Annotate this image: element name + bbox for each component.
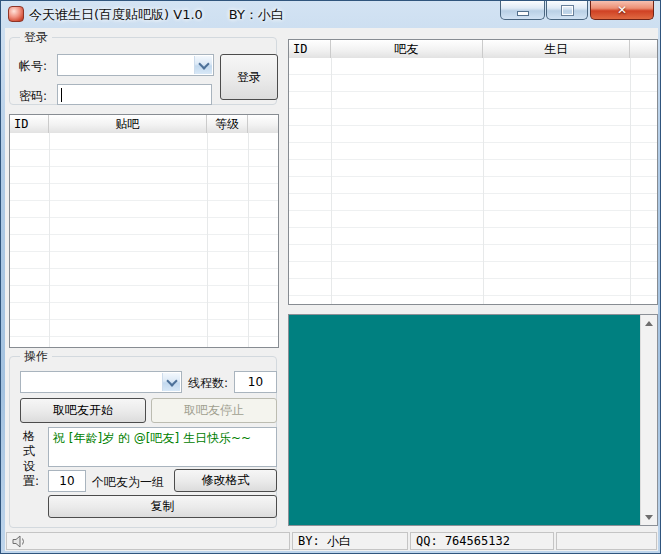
status-panel-notice xyxy=(6,532,290,550)
format-template-textarea[interactable]: 祝 [年龄]岁 的 @[吧友] 生日快乐~~ xyxy=(48,427,277,467)
tieba-table-header-level[interactable]: 等级 xyxy=(207,115,248,133)
account-combobox-dropdown-button[interactable] xyxy=(194,56,212,74)
titlebar: 今天谁生日(百度贴吧版) V1.0BY：小白 ✕ xyxy=(1,1,660,28)
account-combobox[interactable] xyxy=(57,54,214,76)
tieba-table-body[interactable] xyxy=(10,133,278,347)
format-settings-label: 格式设置: xyxy=(23,429,37,489)
tieba-table-header: ID 贴吧 等级 xyxy=(10,115,278,134)
password-field[interactable] xyxy=(57,84,212,105)
member-table-header: ID 吧友 生日 xyxy=(289,40,657,59)
chevron-down-icon xyxy=(198,58,209,69)
grid-line xyxy=(483,58,484,304)
close-button[interactable]: ✕ xyxy=(590,1,654,20)
operation-group-label: 操作 xyxy=(20,348,52,365)
copy-button-label: 复制 xyxy=(151,498,175,515)
status-qq-text: QQ: 764565132 xyxy=(416,534,510,548)
tieba-table-header-extra[interactable] xyxy=(248,115,278,133)
minimize-button[interactable] xyxy=(500,1,545,20)
login-group: 登录 帐号: 登录 密码: xyxy=(9,37,277,105)
password-label: 密码: xyxy=(19,88,47,105)
member-table-header-extra[interactable] xyxy=(630,40,657,58)
member-table-header-id[interactable]: ID xyxy=(289,40,331,58)
grid-line xyxy=(49,133,50,347)
tieba-table-header-id[interactable]: ID xyxy=(10,115,49,133)
modify-format-button[interactable]: 修改格式 xyxy=(174,469,277,492)
output-textbox[interactable] xyxy=(288,314,658,526)
thread-count-input[interactable] xyxy=(234,371,277,393)
app-window: 今天谁生日(百度贴吧版) V1.0BY：小白 ✕ 登录 帐号: 登录 xyxy=(0,0,661,554)
tieba-select-dropdown-button[interactable] xyxy=(162,373,180,391)
grid-line xyxy=(630,58,631,304)
format-template-text: 祝 [年龄]岁 的 @[吧友] 生日快乐~~ xyxy=(53,431,251,445)
window-title-text: 今天谁生日(百度贴吧版) V1.0 xyxy=(29,7,203,22)
thread-count-label: 线程数: xyxy=(188,375,228,392)
scroll-up-icon xyxy=(645,321,653,326)
minimize-icon xyxy=(517,11,529,16)
start-fetch-button-label: 取吧友开始 xyxy=(53,402,113,419)
status-author-text: BY: 小白 xyxy=(298,533,351,550)
copy-button[interactable]: 复制 xyxy=(48,495,277,518)
login-button[interactable]: 登录 xyxy=(220,54,278,100)
scrollbar-up-button[interactable] xyxy=(641,315,657,331)
scrollbar-down-button[interactable] xyxy=(641,509,657,525)
maximize-icon xyxy=(562,6,573,15)
text-caret xyxy=(61,88,62,102)
member-table[interactable]: ID 吧友 生日 xyxy=(288,39,658,305)
modify-format-button-label: 修改格式 xyxy=(202,472,250,489)
client-area: 登录 帐号: 登录 密码: ID 贴吧 等级 xyxy=(5,28,658,551)
window-title: 今天谁生日(百度贴吧版) V1.0BY：小白 xyxy=(29,6,284,24)
status-panel-qq: QQ: 764565132 xyxy=(410,532,554,550)
close-icon: ✕ xyxy=(617,4,627,16)
group-size-label: 个吧友为一组 xyxy=(92,474,164,491)
status-panel-empty xyxy=(556,532,657,550)
output-scrollbar[interactable] xyxy=(640,315,657,525)
member-table-header-birthday[interactable]: 生日 xyxy=(483,40,630,58)
tieba-table-header-name[interactable]: 贴吧 xyxy=(49,115,207,133)
grid-line xyxy=(331,58,332,304)
grid-line xyxy=(248,133,249,347)
grid-line xyxy=(207,133,208,347)
member-table-body[interactable] xyxy=(289,58,657,304)
start-fetch-button[interactable]: 取吧友开始 xyxy=(20,398,146,423)
group-size-input[interactable] xyxy=(48,470,86,492)
account-label: 帐号: xyxy=(19,58,47,75)
chevron-down-icon xyxy=(166,375,177,386)
tieba-table[interactable]: ID 贴吧 等级 xyxy=(9,114,279,348)
login-button-label: 登录 xyxy=(237,69,261,86)
stop-fetch-button-label: 取吧友停止 xyxy=(184,402,244,419)
tieba-select-combobox[interactable] xyxy=(20,371,182,393)
scroll-down-icon xyxy=(645,515,653,520)
window-title-byline: BY：小白 xyxy=(229,7,284,22)
app-icon xyxy=(8,6,24,22)
speaker-icon xyxy=(12,535,27,548)
login-group-label: 登录 xyxy=(20,29,52,46)
operation-group: 操作 线程数: 取吧友开始 取吧友停止 格式设置: 祝 [年龄]岁 的 @[吧友… xyxy=(9,356,277,528)
status-bar: BY: 小白 QQ: 764565132 xyxy=(5,531,658,551)
status-panel-author: BY: 小白 xyxy=(292,532,408,550)
maximize-button[interactable] xyxy=(546,1,588,20)
member-table-header-friend[interactable]: 吧友 xyxy=(331,40,483,58)
stop-fetch-button[interactable]: 取吧友停止 xyxy=(151,398,277,423)
